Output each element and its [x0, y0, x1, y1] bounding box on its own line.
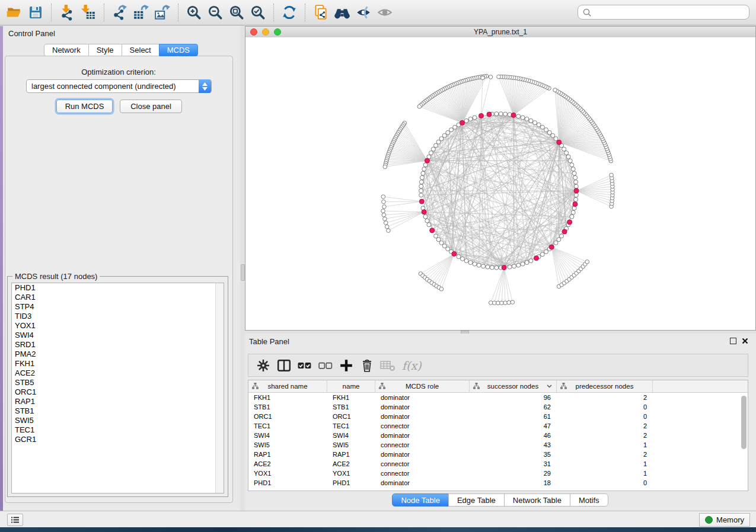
- table-row[interactable]: ORC1ORC1dominator610: [248, 412, 748, 421]
- table-cell[interactable]: FKH1: [248, 394, 327, 401]
- column-header-MCDS-role[interactable]: MCDS role: [375, 380, 470, 392]
- table-row[interactable]: RAP1RAP1dominator352: [248, 450, 748, 459]
- table-cell[interactable]: 1: [557, 470, 653, 477]
- mcds-result-item[interactable]: ORC1: [12, 387, 224, 397]
- clone-network-button[interactable]: [310, 2, 331, 23]
- table-cell[interactable]: YOX1: [327, 470, 375, 477]
- table-cell[interactable]: dominator: [375, 432, 470, 439]
- deselect-all-button[interactable]: [317, 357, 334, 374]
- table-cell[interactable]: dominator: [375, 394, 470, 401]
- mcds-result-item[interactable]: YOX1: [12, 321, 224, 331]
- table-cell[interactable]: PHD1: [327, 479, 375, 486]
- network-window-titlebar[interactable]: YPA_prune.txt_1: [245, 27, 755, 38]
- table-cell[interactable]: 35: [470, 451, 557, 458]
- mcds-result-item[interactable]: STB1: [12, 406, 224, 416]
- hide-selected-button[interactable]: [353, 2, 374, 23]
- export-image-button[interactable]: [152, 2, 173, 23]
- table-cell[interactable]: 29: [470, 470, 557, 477]
- mcds-result-item[interactable]: STB5: [12, 378, 224, 387]
- table-cell[interactable]: 0: [557, 413, 653, 420]
- column-header-successor-nodes[interactable]: successor nodes: [470, 380, 557, 392]
- table-row[interactable]: STB1STB1dominator620: [248, 402, 748, 412]
- network-canvas[interactable]: [245, 37, 755, 330]
- show-all-button[interactable]: [374, 2, 395, 23]
- refresh-view-button[interactable]: [279, 2, 300, 23]
- table-cell[interactable]: connector: [375, 441, 470, 448]
- mcds-result-item[interactable]: CAR1: [12, 293, 224, 302]
- table-cell[interactable]: ACE2: [327, 460, 375, 467]
- export-table-button[interactable]: [130, 2, 152, 23]
- tab-style[interactable]: Style: [88, 44, 122, 56]
- table-cell[interactable]: 47: [470, 422, 557, 430]
- table-cell[interactable]: 61: [470, 413, 557, 420]
- table-cell[interactable]: 62: [470, 403, 557, 411]
- mcds-result-item[interactable]: TID3: [12, 312, 224, 321]
- table-row[interactable]: TEC1TEC1connector472: [248, 421, 748, 431]
- table-cell[interactable]: PHD1: [248, 479, 327, 486]
- table-cell[interactable]: 1: [557, 441, 653, 448]
- tab-edge-table[interactable]: Edge Table: [448, 493, 505, 507]
- tab-motifs[interactable]: Motifs: [570, 493, 608, 507]
- table-cell[interactable]: 43: [470, 441, 557, 448]
- table-cell[interactable]: TEC1: [327, 422, 375, 430]
- table-cell[interactable]: 2: [557, 422, 653, 430]
- table-cell[interactable]: 2: [557, 451, 653, 458]
- float-panel-icon[interactable]: [730, 338, 736, 344]
- table-row[interactable]: SWI4SWI4dominator462: [248, 431, 748, 440]
- mcds-result-item[interactable]: STP4: [12, 302, 224, 312]
- table-cell[interactable]: connector: [375, 470, 470, 477]
- table-cell[interactable]: dominator: [375, 413, 470, 420]
- search-box[interactable]: [578, 5, 749, 20]
- tab-select[interactable]: Select: [122, 44, 160, 56]
- mcds-result-item[interactable]: SWI4: [12, 331, 224, 340]
- zoom-fit-button[interactable]: [226, 2, 247, 23]
- table-cell[interactable]: 0: [557, 479, 653, 486]
- tab-node-table[interactable]: Node Table: [392, 493, 449, 507]
- table-cell[interactable]: ORC1: [327, 413, 375, 420]
- column-header-shared-name[interactable]: shared name: [248, 380, 327, 392]
- table-cell[interactable]: 96: [470, 394, 557, 401]
- mcds-result-item[interactable]: RAP1: [12, 397, 224, 406]
- table-cell[interactable]: TEC1: [248, 422, 327, 430]
- close-panel-icon[interactable]: [742, 338, 748, 344]
- table-cell[interactable]: 0: [557, 403, 653, 411]
- zoom-selected-button[interactable]: [247, 2, 269, 23]
- tab-mcds[interactable]: MCDS: [159, 44, 198, 56]
- mcds-result-item[interactable]: TEC1: [12, 425, 224, 435]
- mcds-list-scrollbar[interactable]: [215, 283, 224, 493]
- network-graph-svg[interactable]: [245, 37, 755, 330]
- table-cell[interactable]: dominator: [375, 403, 470, 411]
- run-mcds-button[interactable]: Run MCDS: [56, 100, 113, 113]
- show-panels-list-button[interactable]: [7, 514, 23, 526]
- mcds-result-item[interactable]: SRD1: [12, 340, 224, 350]
- table-cell[interactable]: dominator: [375, 479, 470, 486]
- delete-table-button[interactable]: [379, 357, 397, 374]
- mcds-result-item[interactable]: ACE2: [12, 368, 224, 378]
- table-cell[interactable]: 2: [557, 394, 653, 401]
- open-file-button[interactable]: [4, 2, 25, 23]
- table-row[interactable]: PHD1PHD1dominator180: [248, 478, 748, 488]
- add-column-button[interactable]: [337, 357, 355, 374]
- mcds-result-item[interactable]: PHD1: [12, 283, 224, 293]
- apply-function-button[interactable]: f(x): [402, 359, 422, 372]
- search-input[interactable]: [594, 7, 749, 18]
- node-table-body[interactable]: FKH1FKH1dominator962STB1STB1dominator620…: [248, 393, 748, 488]
- mcds-result-item[interactable]: PMA2: [12, 350, 224, 359]
- table-cell[interactable]: FKH1: [327, 394, 375, 401]
- memory-button[interactable]: Memory: [699, 513, 750, 527]
- table-scrollbar-thumb[interactable]: [741, 396, 747, 449]
- mcds-result-item[interactable]: SWI5: [12, 416, 224, 425]
- save-session-button[interactable]: [25, 2, 46, 23]
- table-cell[interactable]: connector: [375, 422, 470, 430]
- table-cell[interactable]: 2: [557, 432, 653, 439]
- zoom-out-button[interactable]: [205, 2, 226, 23]
- table-cell[interactable]: dominator: [375, 451, 470, 458]
- table-row[interactable]: ACE2ACE2connector311: [248, 459, 748, 469]
- show-columns-button[interactable]: [275, 357, 293, 374]
- table-cell[interactable]: 18: [470, 479, 557, 486]
- delete-column-button[interactable]: [358, 357, 376, 374]
- table-cell[interactable]: SWI5: [248, 441, 327, 448]
- mcds-result-item[interactable]: GCR1: [12, 435, 224, 444]
- table-cell[interactable]: STB1: [327, 403, 375, 411]
- close-panel-button[interactable]: Close panel: [120, 100, 182, 113]
